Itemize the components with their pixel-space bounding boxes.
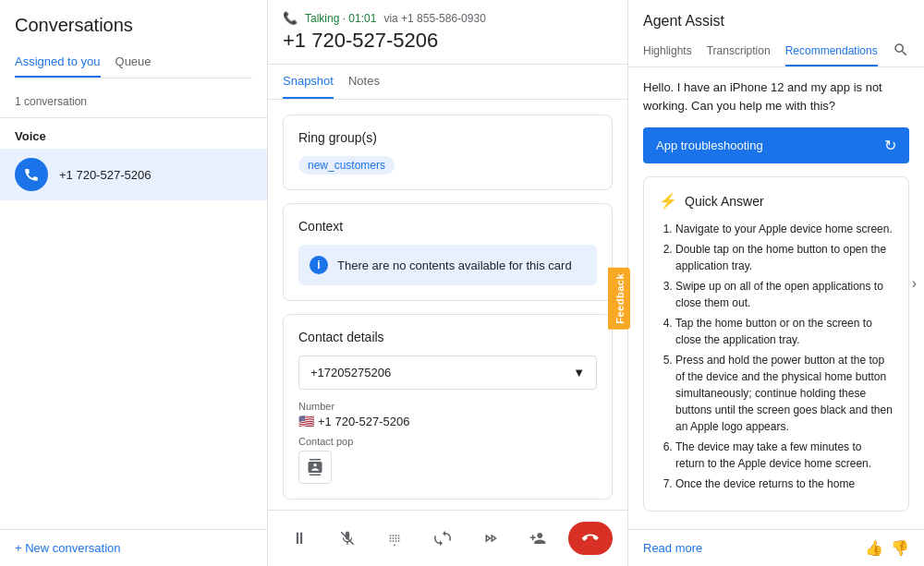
- sidebar-tabs: Assigned to you Queue: [15, 47, 252, 78]
- list-item: Swipe up on all of the open applications…: [675, 278, 894, 311]
- right-panel: Agent Assist Highlights Transcription Re…: [628, 0, 924, 566]
- quick-answer-header: ⚡ Quick Answer: [659, 192, 894, 210]
- feedback-tab[interactable]: Feedback: [608, 268, 630, 330]
- new-conversation-button[interactable]: + New conversation: [15, 541, 121, 555]
- sidebar: Conversations Assigned to you Queue 1 co…: [0, 0, 268, 566]
- ring-groups-title: Ring group(s): [298, 130, 597, 145]
- assist-tab-group: Highlights Transcription Recommendations: [643, 37, 878, 66]
- agent-assist-title: Agent Assist: [628, 0, 924, 30]
- user-message: Hello. I have an iPhone 12 and my app is…: [643, 78, 909, 114]
- contact-dropdown[interactable]: +17205275206 ▼: [298, 355, 597, 390]
- list-item: Press and hold the power button at the t…: [675, 352, 894, 435]
- add-person-button[interactable]: [521, 522, 554, 555]
- call-via-text: via +1 855-586-0930: [383, 12, 485, 25]
- assist-content: Hello. I have an iPhone 12 and my app is…: [628, 67, 924, 529]
- quick-answer-title: Quick Answer: [685, 194, 764, 209]
- dialpad-button[interactable]: [378, 522, 411, 555]
- tab-recommendations[interactable]: Recommendations: [785, 37, 878, 66]
- end-call-button[interactable]: [568, 522, 613, 555]
- tab-transcription[interactable]: Transcription: [707, 37, 771, 66]
- contact-pop-icon[interactable]: [298, 451, 332, 484]
- sidebar-title: Conversations: [15, 15, 252, 36]
- quick-answer-list: Navigate to your Apple device home scree…: [659, 221, 894, 492]
- phone-icon: 📞: [283, 11, 298, 25]
- list-item: Double tap on the home button to open th…: [675, 241, 894, 274]
- call-status-text: Talking · 01:01: [305, 12, 376, 25]
- context-card: Context i There are no contents availabl…: [283, 203, 613, 301]
- list-item: Navigate to your Apple device home scree…: [675, 221, 894, 237]
- number-row: Number 🇺🇸 +1 720-527-5206: [298, 401, 597, 428]
- contact-dropdown-value: +17205275206: [310, 366, 391, 379]
- suggestion-text: App troubleshooting: [656, 138, 763, 152]
- avatar: [15, 158, 48, 191]
- feedback-thumbs: 👍 👎: [865, 539, 909, 557]
- suggestion-bar[interactable]: App troubleshooting ↻: [643, 127, 909, 163]
- contact-details-card: Contact details +17205275206 ▼ Number 🇺🇸…: [283, 314, 613, 500]
- middle-tabs: Snapshot Notes: [268, 65, 627, 100]
- call-status-row: 📞 Talking · 01:01 via +1 855-586-0930: [283, 11, 613, 25]
- conversation-phone: +1 720-527-5206: [59, 168, 151, 182]
- context-empty-message: i There are no contents available for th…: [298, 245, 597, 285]
- number-value: 🇺🇸 +1 720-527-5206: [298, 414, 597, 428]
- forward-button[interactable]: [473, 522, 506, 555]
- refresh-icon[interactable]: ↻: [884, 137, 896, 154]
- conversation-item[interactable]: +1 720-527-5206: [0, 149, 267, 200]
- tab-highlights[interactable]: Highlights: [643, 37, 692, 66]
- pause-button[interactable]: ⏸: [283, 522, 316, 555]
- middle-panel: 📞 Talking · 01:01 via +1 855-586-0930 +1…: [268, 0, 628, 566]
- list-item: Once the device returns to the home: [675, 476, 894, 492]
- ring-group-tag[interactable]: new_customers: [298, 156, 395, 175]
- contact-pop-label: Contact pop: [298, 436, 597, 447]
- lightning-icon: ⚡: [659, 192, 677, 210]
- conversation-count: 1 conversation: [0, 86, 267, 118]
- sidebar-section-voice: Voice: [0, 118, 267, 149]
- list-item: The device may take a few minutes to ret…: [675, 439, 894, 472]
- sidebar-header: Conversations Assigned to you Queue: [0, 0, 267, 86]
- us-flag-icon: 🇺🇸: [298, 414, 314, 428]
- thumbs-down-button[interactable]: 👎: [891, 539, 909, 557]
- number-label: Number: [298, 401, 597, 412]
- search-button[interactable]: [893, 42, 909, 62]
- list-item: Tap the home button or on the screen to …: [675, 315, 894, 348]
- contact-details-title: Contact details: [298, 330, 597, 344]
- ring-groups-card: Ring group(s) new_customers: [283, 114, 613, 190]
- context-title: Context: [298, 219, 597, 234]
- sidebar-bottom: + New conversation: [0, 529, 267, 566]
- quick-answer-card: ⚡ Quick Answer Navigate to your Apple de…: [643, 176, 909, 512]
- thumbs-up-button[interactable]: 👍: [865, 539, 883, 557]
- assist-tabs: Highlights Transcription Recommendations: [628, 37, 924, 67]
- chevron-down-icon: ▼: [573, 366, 585, 379]
- call-header: 📞 Talking · 01:01 via +1 855-586-0930 +1…: [268, 0, 627, 65]
- sidebar-tab-queue[interactable]: Queue: [116, 47, 152, 78]
- right-panel-arrow[interactable]: ›: [905, 268, 924, 299]
- info-icon: i: [310, 256, 328, 274]
- call-number: +1 720-527-5206: [283, 29, 613, 53]
- read-more-link[interactable]: Read more: [643, 541, 702, 555]
- tab-notes[interactable]: Notes: [348, 65, 380, 99]
- sidebar-tab-assigned[interactable]: Assigned to you: [15, 47, 101, 78]
- assist-bottom: Read more 👍 👎: [628, 529, 924, 566]
- tab-snapshot[interactable]: Snapshot: [283, 65, 334, 99]
- call-controls: ⏸: [268, 510, 627, 566]
- middle-content: Ring group(s) new_customers Context i Th…: [268, 100, 627, 510]
- transfer-button[interactable]: [426, 522, 459, 555]
- mute-button[interactable]: [331, 522, 364, 555]
- contact-pop-section: Contact pop: [298, 436, 597, 484]
